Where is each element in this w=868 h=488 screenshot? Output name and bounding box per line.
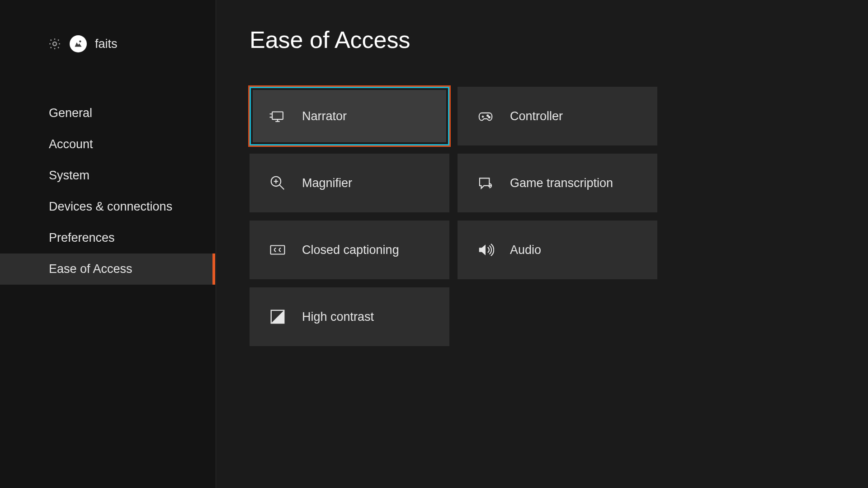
game-transcription-icon <box>476 174 495 192</box>
tile-game-transcription[interactable]: Game transcription <box>458 154 657 212</box>
sidebar-item-preferences[interactable]: Preferences <box>0 222 215 253</box>
profile-row: faits <box>0 35 215 52</box>
tile-label: Controller <box>510 109 563 123</box>
audio-icon <box>476 241 495 258</box>
tile-label: Game transcription <box>510 176 613 190</box>
sidebar: faits General Account System Devices & c… <box>0 0 217 488</box>
sidebar-nav: General Account System Devices & connect… <box>0 98 215 285</box>
tile-audio[interactable]: Audio <box>458 221 657 279</box>
tile-magnifier[interactable]: Magnifier <box>250 154 449 212</box>
tile-label: Magnifier <box>302 176 352 190</box>
tile-high-contrast[interactable]: High contrast <box>250 287 449 346</box>
narrator-icon <box>269 108 287 125</box>
settings-gear-icon <box>48 37 61 51</box>
svg-rect-2 <box>272 112 283 120</box>
closed-captioning-icon <box>269 241 287 258</box>
tile-label: Audio <box>510 243 541 257</box>
tile-controller[interactable]: Controller <box>458 87 657 145</box>
tile-label: Closed captioning <box>302 243 399 257</box>
svg-rect-13 <box>271 246 285 254</box>
sidebar-item-system[interactable]: System <box>0 160 215 191</box>
tile-label: Narrator <box>302 109 347 123</box>
svg-point-1 <box>79 40 81 42</box>
controller-icon <box>476 108 495 125</box>
svg-point-8 <box>489 117 490 118</box>
tile-grid: Narrator Controller <box>250 87 868 346</box>
sidebar-item-ease-of-access[interactable]: Ease of Access <box>0 253 215 285</box>
page-title: Ease of Access <box>250 26 868 53</box>
tile-closed-captioning[interactable]: Closed captioning <box>250 221 449 279</box>
sidebar-item-devices-connections[interactable]: Devices & connections <box>0 191 215 222</box>
svg-line-10 <box>280 185 284 190</box>
high-contrast-icon <box>269 308 287 325</box>
tile-label: High contrast <box>302 310 374 324</box>
profile-avatar[interactable] <box>70 35 87 52</box>
tile-narrator[interactable]: Narrator <box>250 87 449 145</box>
main-panel: Ease of Access Narrator <box>217 0 868 488</box>
svg-point-7 <box>487 115 488 116</box>
sidebar-item-general[interactable]: General <box>0 98 215 129</box>
svg-point-0 <box>53 42 57 46</box>
profile-username: faits <box>95 37 118 51</box>
sidebar-item-account[interactable]: Account <box>0 129 215 160</box>
magnifier-icon <box>269 174 287 192</box>
